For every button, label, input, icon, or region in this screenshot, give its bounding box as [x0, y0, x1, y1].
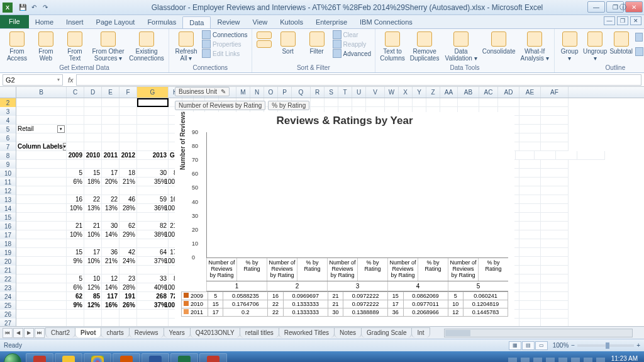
sheet-tab-int[interactable]: Int	[411, 327, 430, 337]
column-header[interactable]: P	[278, 87, 292, 98]
column-header[interactable]: AF	[541, 87, 569, 98]
cell[interactable]	[119, 213, 137, 222]
cell[interactable]: 16	[67, 195, 84, 204]
column-header[interactable]: AE	[519, 87, 541, 98]
cell[interactable]	[325, 98, 338, 107]
cell[interactable]	[137, 133, 169, 142]
tab-nav-first[interactable]: ⏮	[3, 328, 13, 338]
cell[interactable]	[102, 310, 119, 319]
taskbar-app-1[interactable]	[26, 353, 53, 363]
start-button[interactable]	[0, 351, 25, 362]
cell[interactable]	[102, 213, 119, 222]
cell[interactable]	[102, 133, 119, 142]
cell[interactable]: 62	[119, 222, 137, 230]
cell[interactable]: 33	[137, 274, 169, 283]
cell[interactable]	[541, 107, 569, 116]
cell[interactable]: 18%	[84, 178, 102, 186]
cell[interactable]: 268	[137, 292, 169, 301]
horizontal-scrollbar[interactable]	[444, 329, 633, 337]
cell[interactable]	[102, 319, 119, 326]
cell[interactable]	[556, 151, 577, 160]
row-header[interactable]: 10	[0, 169, 16, 178]
taskbar-app-5[interactable]	[142, 353, 169, 363]
formula-input[interactable]	[76, 74, 641, 86]
cell[interactable]	[16, 239, 67, 248]
cell[interactable]	[119, 133, 137, 142]
cell[interactable]	[519, 292, 541, 301]
cell[interactable]	[519, 266, 541, 274]
row-header[interactable]: 19	[0, 248, 16, 257]
taskbar-clock[interactable]: 11:23 AM 3/19/2014	[610, 355, 638, 363]
ungroup-button[interactable]: Ungroup ▾	[583, 30, 607, 62]
cell[interactable]: 21%	[102, 257, 119, 266]
reapply-button[interactable]: Reapply	[333, 40, 371, 48]
cell[interactable]	[16, 151, 67, 160]
cell[interactable]	[84, 107, 102, 116]
cell[interactable]: 15	[67, 248, 84, 257]
wb-minimize[interactable]: —	[604, 16, 615, 25]
tray-icon[interactable]	[596, 358, 605, 363]
cell[interactable]	[84, 133, 102, 142]
cell[interactable]	[102, 266, 119, 274]
cell[interactable]	[16, 248, 67, 257]
cell[interactable]	[137, 116, 169, 125]
cell[interactable]: 21	[84, 222, 102, 230]
taskbar-app-7[interactable]	[199, 353, 227, 363]
row-header[interactable]: 22	[0, 274, 16, 283]
ribbon-tab-data[interactable]: Data	[182, 16, 211, 28]
tab-nav-next[interactable]: ▶	[24, 328, 34, 338]
fx-icon[interactable]: fx	[68, 76, 74, 84]
refresh-all-button[interactable]: Refresh All ▾	[173, 30, 199, 62]
cell[interactable]	[84, 266, 102, 274]
row-header[interactable]: 21	[0, 266, 16, 274]
cell[interactable]: 62	[67, 292, 84, 301]
cell[interactable]	[16, 178, 67, 186]
cell[interactable]	[535, 151, 556, 160]
cell[interactable]: 85	[84, 292, 102, 301]
column-header[interactable]: Y	[413, 87, 426, 98]
sheet-tab-pivot[interactable]: Pivot	[75, 327, 101, 337]
row-header[interactable]: 25	[0, 301, 16, 310]
cell[interactable]	[541, 283, 569, 292]
column-header[interactable]: W	[385, 87, 399, 98]
cell[interactable]	[519, 98, 541, 107]
cell[interactable]: Retail▾	[16, 125, 67, 133]
row-header[interactable]: 15	[0, 213, 16, 222]
cell[interactable]	[119, 142, 137, 151]
cell[interactable]: 22	[102, 195, 119, 204]
cell[interactable]	[137, 142, 169, 151]
metric-button-pct[interactable]: % by Rating	[268, 101, 309, 110]
cell[interactable]: 12	[102, 274, 119, 283]
column-header[interactable]: B	[16, 87, 67, 98]
edit-links-button[interactable]: Edit Links	[202, 49, 248, 58]
cell[interactable]: 6%	[67, 283, 84, 292]
cell[interactable]	[16, 98, 67, 107]
cell[interactable]	[541, 301, 569, 310]
column-header[interactable]: V	[366, 87, 385, 98]
cell[interactable]	[102, 186, 119, 195]
consolidate-button[interactable]: Consolidate	[481, 30, 516, 55]
row-header[interactable]: 16	[0, 222, 16, 230]
cell[interactable]	[519, 310, 541, 319]
cell[interactable]	[84, 213, 102, 222]
cell[interactable]: 12%	[84, 283, 102, 292]
cell[interactable]	[519, 195, 541, 204]
sort-az-button[interactable]	[256, 30, 272, 48]
row-header[interactable]: 11	[0, 178, 16, 186]
cell[interactable]: 13%	[84, 204, 102, 213]
cell[interactable]: 5	[67, 274, 84, 283]
column-header[interactable]: S	[325, 87, 338, 98]
cell[interactable]	[67, 310, 84, 319]
cell[interactable]: 42	[119, 248, 137, 257]
minimize-button[interactable]: —	[587, 1, 605, 13]
cell[interactable]	[541, 239, 569, 248]
ribbon-tab-view[interactable]: View	[247, 16, 274, 28]
row-header[interactable]: 20	[0, 257, 16, 266]
cell[interactable]	[541, 178, 569, 186]
column-header[interactable]: X	[399, 87, 413, 98]
column-header[interactable]: U	[352, 87, 366, 98]
cell[interactable]	[16, 257, 67, 266]
cell[interactable]	[519, 107, 541, 116]
cell[interactable]	[119, 160, 137, 169]
cell[interactable]: 30	[137, 169, 169, 178]
